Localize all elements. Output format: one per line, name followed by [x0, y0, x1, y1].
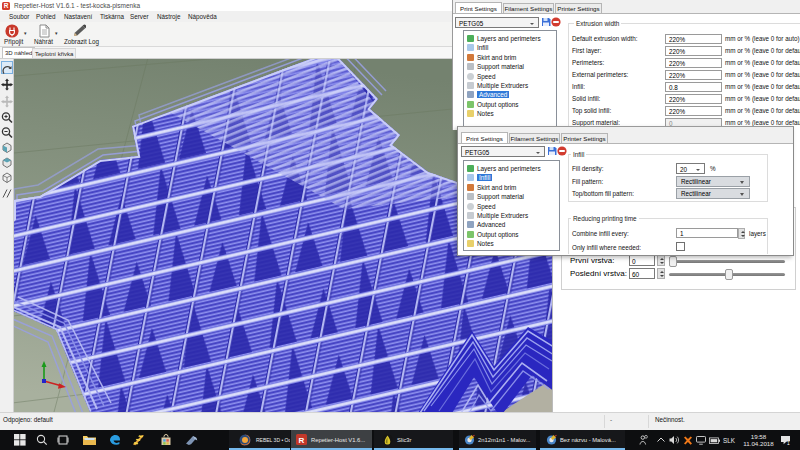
svg-text:1: 1 [787, 441, 790, 446]
svg-text:R: R [299, 436, 305, 445]
